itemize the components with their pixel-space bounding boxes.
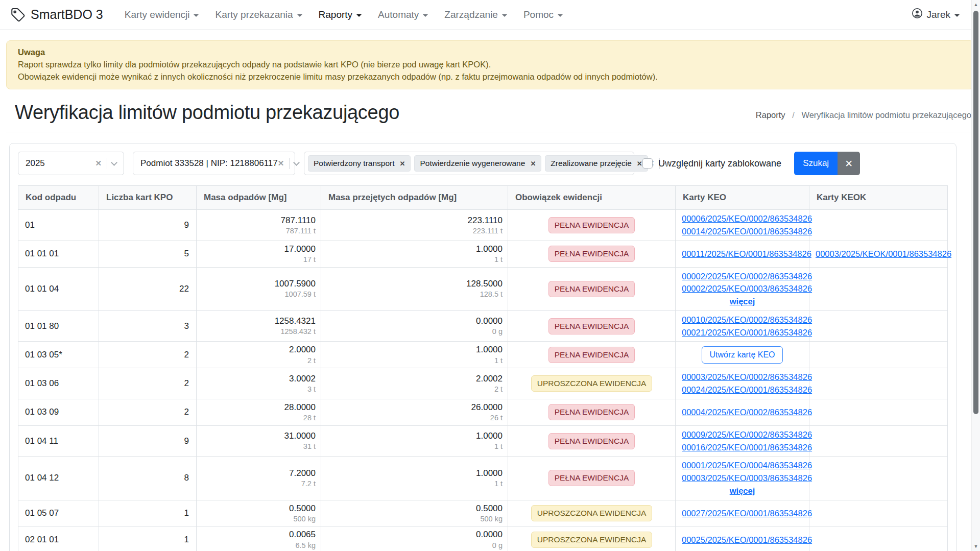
received-mass-unit-value: 0 g	[327, 327, 503, 337]
keok-cards-cell	[809, 342, 948, 368]
keo-card-link[interactable]: 00003/2025/KEO/0002/863534826	[682, 371, 803, 384]
person-circle-icon	[912, 8, 923, 21]
keo-cards-cell: 00006/2025/KEO/0002/86353482600014/2025/…	[676, 210, 809, 241]
received-mass-cell: 128.5000128.5 t	[321, 267, 508, 310]
nav-pomoc[interactable]: Pomoc	[515, 0, 571, 30]
keo-card-link[interactable]: 00002/2025/KEO/0003/863534826	[682, 282, 803, 295]
keo-card-link[interactable]: 00016/2025/KEO/0001/863534826	[682, 441, 803, 454]
keok-card-link[interactable]: 00003/2025/KEOK/0001/863534826	[816, 248, 941, 260]
waste-code-cell: 01 03 09	[18, 399, 99, 425]
filter-bar: 2025 ✕ Podmiot 333528 | NIP: 1218806117 …	[18, 152, 948, 175]
received-mass-cell: 1.00001 t	[321, 241, 508, 267]
nav-karty-ewidencji[interactable]: Karty ewidencji	[116, 0, 207, 30]
mass-value: 31.0000	[203, 430, 316, 442]
nav-karty-przekazania[interactable]: Karty przekazania	[207, 0, 310, 30]
keo-card-link[interactable]: 00002/2025/KEO/0002/863534826	[682, 270, 803, 283]
brand[interactable]: SmartBDO 3	[10, 7, 103, 22]
table-row: 01 01 01517.000017 t1.00001 tPEŁNA EWIDE…	[18, 241, 948, 267]
chevron-down-icon[interactable]	[111, 159, 117, 166]
waste-code-cell: 01 05 07	[18, 500, 99, 526]
top-navbar: SmartBDO 3 Karty ewidencji Karty przekaz…	[0, 0, 980, 30]
obligation-badge: PEŁNA EWIDENCJA	[548, 404, 635, 420]
breadcrumb-separator: /	[792, 110, 795, 119]
mass-cell: 31.000031 t	[197, 425, 321, 457]
obligation-badge: PEŁNA EWIDENCJA	[548, 347, 635, 363]
clear-icon[interactable]: ✕	[95, 159, 102, 168]
obligation-badge: PEŁNA EWIDENCJA	[548, 470, 635, 486]
mass-value: 3.0002	[203, 373, 316, 385]
scroll-down-icon[interactable]: ▼	[972, 544, 980, 549]
chevron-down-icon	[558, 14, 563, 17]
keo-more-link[interactable]: więcej	[682, 295, 803, 308]
chevron-down-icon	[194, 14, 199, 17]
nav-zarzadzanie[interactable]: Zarządzanie	[436, 0, 515, 30]
include-blocked-label: Uwzględnij karty zablokowane	[658, 158, 781, 169]
create-keo-button[interactable]: Utwórz kartę KEO	[702, 346, 782, 364]
received-mass-value: 1.0000	[327, 430, 503, 442]
keo-card-link[interactable]: 00021/2025/KEO/0001/863534826	[682, 326, 803, 339]
table-row: 019787.1110787.111 t223.1110223.111 tPEŁ…	[18, 210, 948, 241]
keo-card-link[interactable]: 00011/2025/KEO/0001/863534826	[682, 248, 803, 260]
user-menu[interactable]: Jarek	[912, 8, 960, 21]
chevron-down-icon	[954, 14, 960, 17]
received-mass-cell: 0.00000 g	[321, 310, 508, 342]
remove-tag-icon[interactable]: ✕	[530, 160, 536, 167]
chevron-down-icon[interactable]	[293, 159, 300, 166]
entity-select-value: Podmiot 333528 | NIP: 1218806117	[133, 158, 278, 169]
received-mass-value: 0.5000	[327, 503, 503, 514]
entity-select[interactable]: Podmiot 333528 | NIP: 1218806117 ✕	[133, 152, 295, 175]
keo-card-link[interactable]: 00027/2025/KEO/0001/863534826	[682, 507, 803, 520]
column-header-0: Kod odpadu	[18, 186, 99, 210]
column-header-2: Masa odpadów [Mg]	[197, 186, 321, 210]
clear-icon[interactable]: ✕	[278, 159, 284, 168]
search-button[interactable]: Szukaj	[794, 152, 838, 175]
breadcrumb-raporty-link[interactable]: Raporty	[756, 110, 785, 119]
keok-cards-cell	[809, 267, 948, 310]
year-select[interactable]: 2025 ✕	[18, 152, 124, 175]
table-row: 01 03 09228.000028 t26.000026 tPEŁNA EWI…	[18, 399, 948, 425]
divider	[6, 132, 974, 132]
remove-tag-icon[interactable]: ✕	[400, 160, 405, 167]
table-row: 01 01 04221007.59001007.59 t128.5000128.…	[18, 267, 948, 310]
waste-code-cell: 01 01 80	[18, 310, 99, 342]
scroll-up-icon[interactable]: ▲	[972, 2, 980, 7]
keo-card-link[interactable]: 00009/2025/KEO/0002/863534826	[682, 428, 803, 441]
keo-cards-cell: 00011/2025/KEO/0001/863534826	[676, 241, 809, 267]
keo-card-link[interactable]: 00004/2025/KEO/0002/863534826	[682, 406, 803, 419]
keo-card-link[interactable]: 00001/2025/KEO/0004/863534826	[682, 459, 803, 472]
include-blocked-checkbox[interactable]	[642, 158, 653, 169]
divider	[107, 158, 107, 169]
keo-card-link[interactable]: 00024/2025/KEO/0001/863534826	[682, 384, 803, 396]
keo-cards-cell: 00009/2025/KEO/0002/86353482600016/2025/…	[676, 425, 809, 457]
table-row: 01 05 0710.5000500 kg0.5000500 kgUPROSZC…	[18, 500, 948, 526]
keok-cards-cell	[809, 210, 948, 241]
kpo-count-cell: 9	[99, 210, 197, 241]
kpo-count-cell: 8	[99, 457, 197, 500]
keo-more-link[interactable]: więcej	[682, 485, 803, 497]
nav-raporty[interactable]: Raporty	[310, 0, 370, 30]
scrollbar-thumb[interactable]	[973, 11, 978, 414]
status-tag: Potwierdzony transport ✕	[308, 155, 411, 172]
mass-value: 0.5000	[203, 503, 316, 514]
received-mass-cell: 1.00001 t	[321, 342, 508, 368]
keo-card-link[interactable]: 00010/2025/KEO/0002/863534826	[682, 314, 803, 326]
remove-tag-icon[interactable]: ✕	[637, 160, 642, 167]
keo-card-link[interactable]: 00006/2025/KEO/0002/863534826	[682, 212, 803, 225]
keo-card-link[interactable]: 00003/2025/KEO/0003/863534826	[682, 472, 803, 485]
status-multiselect[interactable]: Potwierdzony transport ✕ Potwierdzenie w…	[304, 152, 634, 175]
keo-card-link[interactable]: 00014/2025/KEO/0001/863534826	[682, 225, 803, 238]
keok-cards-cell	[809, 368, 948, 399]
column-header-4: Obowiązek ewidencji	[508, 186, 676, 210]
obligation-cell: PEŁNA EWIDENCJA	[508, 399, 676, 425]
obligation-cell: UPROSZCZONA EWIDENCJA	[508, 500, 676, 526]
obligation-cell: PEŁNA EWIDENCJA	[508, 310, 676, 342]
vertical-scrollbar[interactable]: ▲ ▼	[971, 0, 980, 551]
mass-cell: 0.00656.5 kg	[197, 526, 321, 551]
received-mass-cell: 1.00001 t	[321, 457, 508, 500]
keo-card-link[interactable]: 00025/2025/KEO/0001/863534826	[682, 534, 803, 546]
nav-automaty[interactable]: Automaty	[370, 0, 436, 30]
mass-cell: 1007.59001007.59 t	[197, 267, 321, 310]
received-mass-cell: 2.00022 t	[321, 368, 508, 399]
warning-alert: Uwaga Raport sprawdza tylko limity dla p…	[6, 40, 974, 89]
clear-filters-button[interactable]: ✕	[838, 152, 860, 175]
